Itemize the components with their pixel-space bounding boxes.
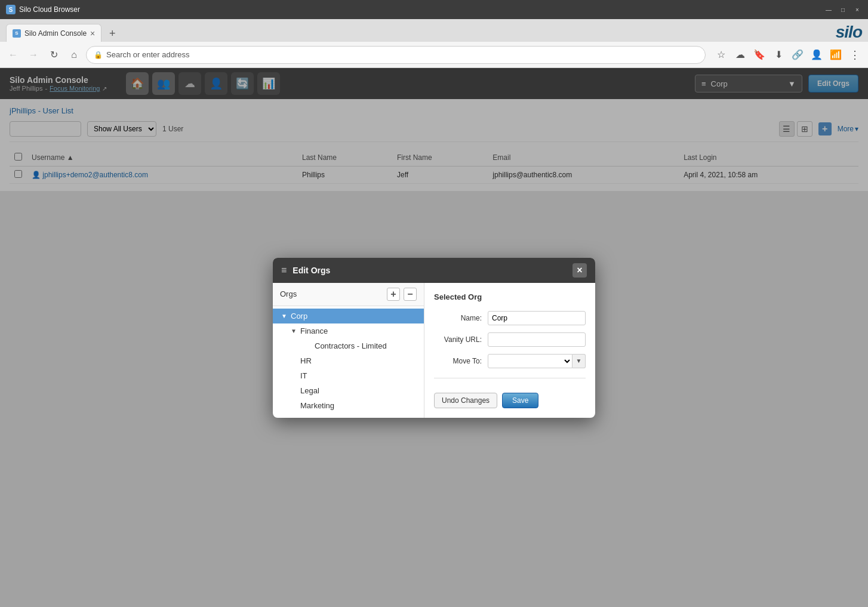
bookmark-star-icon[interactable]: ☆ (713, 47, 730, 63)
tree-item-label: Contractors - Limited (315, 341, 387, 350)
refresh-button[interactable]: ↻ (45, 47, 62, 63)
browser-toolbar-icons: ☆ ☁ 🔖 ⬇ 🔗 👤 📶 ⋮ (713, 47, 863, 63)
name-row: Name: (434, 311, 586, 325)
name-input[interactable] (488, 311, 586, 325)
modal-header-icon: ≡ (281, 265, 287, 276)
tab-bar: S Silo Admin Console × + silo (0, 19, 868, 42)
tree-item[interactable]: ▼Finance (273, 323, 424, 338)
orgs-panel: Orgs + − ▼Corp▼FinanceContractors - Limi… (273, 283, 424, 418)
tree-item-label: HR (300, 356, 312, 365)
bookmarks-icon[interactable]: 🔖 (751, 47, 768, 63)
orgs-actions: + − (387, 288, 417, 301)
silo-cloud-icon[interactable]: ☁ (732, 47, 749, 63)
minimize-button[interactable]: — (824, 5, 833, 14)
tree-item[interactable]: HR (273, 353, 424, 368)
tree-item-label: Finance (300, 326, 328, 335)
vanity-url-label: Vanity URL: (434, 335, 482, 344)
close-window-button[interactable]: × (852, 5, 862, 14)
modal-close-button[interactable]: × (572, 263, 587, 278)
orgs-tree: ▼Corp▼FinanceContractors - LimitedHRITLe… (273, 306, 424, 418)
window-controls: — □ × (824, 5, 862, 14)
vanity-url-row: Vanity URL: (434, 332, 586, 347)
new-tab-button[interactable]: + (104, 25, 121, 42)
orgs-panel-label: Orgs (280, 289, 387, 298)
tree-item[interactable]: Legal (273, 383, 424, 398)
address-display: Search or enter address (106, 50, 698, 59)
move-to-label: Move To: (434, 357, 482, 365)
move-to-row: Move To: ▼ (434, 354, 586, 368)
undo-changes-button[interactable]: Undo Changes (434, 393, 497, 408)
address-bar: ← → ↻ ⌂ 🔒 Search or enter address ☆ ☁ 🔖 … (0, 42, 868, 68)
tab-title: Silo Admin Console (24, 29, 87, 38)
tree-item[interactable]: ▼Corp (273, 309, 424, 323)
browser-titlebar: S Silo Cloud Browser — □ × (0, 0, 868, 19)
modal-body: Orgs + − ▼Corp▼FinanceContractors - Limi… (273, 283, 595, 418)
tree-item-label: IT (300, 371, 307, 380)
tree-toggle-icon: ▼ (280, 313, 288, 319)
edit-orgs-modal: ≡ Edit Orgs × Orgs + − ▼Corp▼Finance (273, 258, 595, 418)
analytics-icon[interactable]: 📶 (827, 47, 844, 63)
tree-item-label: Corp (291, 312, 307, 321)
tree-item[interactable]: Contractors - Limited (273, 338, 424, 353)
address-input-container[interactable]: 🔒 Search or enter address (86, 46, 706, 64)
tree-item[interactable]: Marketing (273, 398, 424, 413)
browser-app-icon: S (6, 5, 16, 14)
tree-item[interactable]: IT (273, 368, 424, 383)
orgs-panel-header: Orgs + − (273, 283, 424, 306)
selected-org-panel: Selected Org Name: Vanity URL: Move To: (424, 283, 595, 418)
save-button[interactable]: Save (502, 393, 538, 408)
name-label: Name: (434, 314, 482, 322)
modal-divider (434, 378, 586, 378)
tree-item-label: Marketing (300, 401, 334, 410)
forward-button[interactable]: → (25, 47, 42, 63)
modal-header: ≡ Edit Orgs × (273, 258, 595, 283)
selected-org-section-title: Selected Org (434, 292, 586, 301)
tree-toggle-icon: ▼ (290, 328, 298, 334)
link-icon[interactable]: 🔗 (789, 47, 806, 63)
back-button[interactable]: ← (5, 47, 21, 63)
move-to-select-container: ▼ (488, 354, 586, 368)
tab-close-button[interactable]: × (90, 29, 95, 38)
modal-actions: Undo Changes Save (434, 393, 586, 408)
move-to-select[interactable] (488, 354, 572, 368)
modal-overlay: ≡ Edit Orgs × Orgs + − ▼Corp▼Finance (0, 68, 868, 607)
maximize-button[interactable]: □ (838, 5, 848, 14)
move-to-dropdown-arrow[interactable]: ▼ (572, 354, 586, 368)
tree-item-label: Legal (300, 386, 319, 395)
profile-icon[interactable]: 👤 (808, 47, 825, 63)
modal-title: Edit Orgs (293, 266, 330, 275)
security-lock-icon: 🔒 (94, 51, 103, 59)
download-icon[interactable]: ⬇ (770, 47, 787, 63)
silo-brand: silo (836, 23, 862, 42)
browser-title: Silo Cloud Browser (19, 5, 824, 14)
remove-org-button[interactable]: − (404, 288, 417, 301)
active-tab[interactable]: S Silo Admin Console × (6, 24, 101, 42)
add-org-button[interactable]: + (387, 288, 400, 301)
vanity-url-input[interactable] (488, 332, 586, 347)
app-area: Silo Admin Console Jeff Phillips - Focus… (0, 68, 868, 607)
home-button[interactable]: ⌂ (66, 47, 82, 63)
browser-menu-button[interactable]: ⋮ (847, 47, 863, 63)
tab-favicon: S (13, 29, 21, 38)
